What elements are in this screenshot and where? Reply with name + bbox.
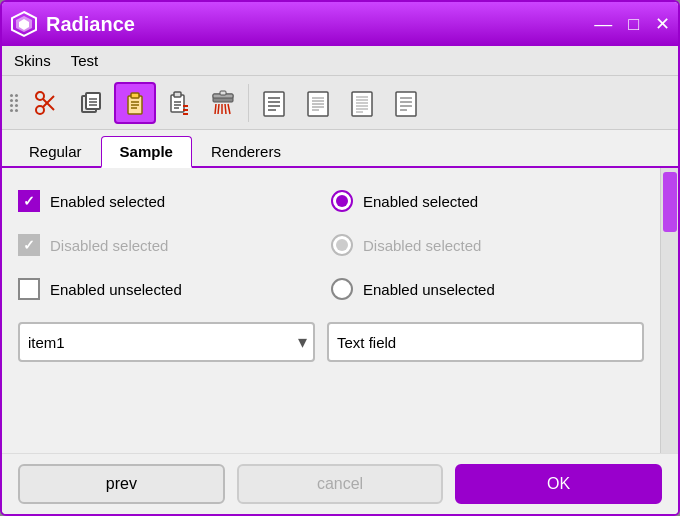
- radio-enabled-selected-col: Enabled selected: [331, 184, 644, 218]
- toolbar-scissors-button[interactable]: [26, 82, 68, 124]
- menu-bar: Skins Test: [2, 46, 678, 76]
- svg-rect-53: [400, 101, 412, 103]
- row-enabled-selected: Enabled selected Enabled selected: [18, 184, 644, 218]
- radio-disabled-selected-row: Disabled selected: [331, 228, 644, 262]
- scissors-icon: [32, 88, 62, 118]
- svg-rect-8: [86, 93, 100, 109]
- button-row: prev cancel OK: [2, 453, 678, 514]
- window-controls: — □ ✕: [594, 15, 670, 33]
- checkbox-enabled-selected-col: Enabled selected: [18, 184, 331, 218]
- tab-sample[interactable]: Sample: [101, 136, 192, 168]
- row-enabled-unselected: Enabled unselected Enabled unselected: [18, 272, 644, 306]
- radio-enabled-selected-label: Enabled selected: [363, 193, 478, 210]
- svg-rect-52: [400, 97, 412, 99]
- toolbar-copy-button[interactable]: [70, 82, 112, 124]
- minimize-button[interactable]: —: [594, 15, 612, 33]
- svg-rect-18: [174, 92, 181, 97]
- doc3-icon: [347, 88, 377, 118]
- svg-rect-33: [264, 92, 284, 116]
- svg-line-28: [215, 104, 216, 114]
- svg-point-4: [36, 92, 44, 100]
- title-bar: Radiance — □ ✕: [2, 2, 678, 46]
- radio-disabled-selected-label: Disabled selected: [363, 237, 481, 254]
- tab-renderers[interactable]: Renderers: [192, 136, 300, 166]
- svg-rect-54: [400, 105, 412, 107]
- checkbox-enabled-selected[interactable]: [18, 190, 40, 212]
- copy-icon: [76, 88, 106, 118]
- input-row: item1 item2 item3 ▾: [18, 322, 644, 362]
- svg-point-3: [36, 106, 44, 114]
- text-field-input[interactable]: [327, 322, 644, 362]
- content-area: Enabled selected Enabled selected Disabl…: [2, 168, 678, 453]
- svg-rect-13: [131, 93, 139, 98]
- checkbox-enabled-selected-row: Enabled selected: [18, 184, 331, 218]
- radio-enabled-unselected[interactable]: [331, 278, 353, 300]
- app-logo: [10, 10, 38, 38]
- svg-line-31: [225, 104, 226, 114]
- toolbar-paste-special-button[interactable]: [158, 82, 200, 124]
- tab-regular[interactable]: Regular: [10, 136, 101, 166]
- svg-rect-27: [220, 91, 226, 95]
- tab-bar: Regular Sample Renderers: [2, 130, 678, 168]
- row-disabled-selected: Disabled selected Disabled selected: [18, 228, 644, 262]
- checkbox-enabled-selected-label: Enabled selected: [50, 193, 165, 210]
- checkbox-disabled-selected: [18, 234, 40, 256]
- app-title: Radiance: [46, 13, 594, 36]
- checkbox-disabled-selected-col: Disabled selected: [18, 228, 331, 262]
- radio-disabled-selected-col: Disabled selected: [331, 228, 644, 262]
- item-dropdown[interactable]: item1 item2 item3: [18, 322, 315, 362]
- doc2-icon: [303, 88, 333, 118]
- shredder-icon: [208, 88, 238, 118]
- svg-rect-55: [400, 109, 407, 111]
- toolbar: [2, 76, 678, 130]
- paste-special-icon: [164, 88, 194, 118]
- scrollbar-thumb[interactable]: [663, 172, 677, 232]
- radio-enabled-selected-row: Enabled selected: [331, 184, 644, 218]
- toolbar-clipboard-button[interactable]: [114, 82, 156, 124]
- main-window: Radiance — □ ✕ Skins Test: [0, 0, 680, 516]
- close-button[interactable]: ✕: [655, 15, 670, 33]
- checkbox-enabled-unselected-col: Enabled unselected: [18, 272, 331, 306]
- scrollbar[interactable]: [660, 168, 678, 453]
- toolbar-shredder-button[interactable]: [202, 82, 244, 124]
- clipboard-icon: [120, 88, 150, 118]
- checkbox-disabled-selected-row: Disabled selected: [18, 228, 331, 262]
- maximize-button[interactable]: □: [628, 15, 639, 33]
- doc4-icon: [391, 88, 421, 118]
- toolbar-divider-1: [248, 84, 249, 122]
- checkbox-enabled-unselected-row: Enabled unselected: [18, 272, 331, 306]
- toolbar-doc4-button[interactable]: [385, 82, 427, 124]
- menu-skins[interactable]: Skins: [10, 50, 55, 71]
- svg-rect-51: [396, 92, 416, 116]
- radio-enabled-unselected-col: Enabled unselected: [331, 272, 644, 306]
- svg-line-32: [228, 104, 230, 114]
- dropdown-wrapper: item1 item2 item3 ▾: [18, 322, 315, 362]
- toolbar-doc3-button[interactable]: [341, 82, 383, 124]
- main-panel: Enabled selected Enabled selected Disabl…: [2, 168, 660, 453]
- toolbar-doc2-button[interactable]: [297, 82, 339, 124]
- ok-button[interactable]: OK: [455, 464, 662, 504]
- cancel-button[interactable]: cancel: [237, 464, 444, 504]
- checkbox-enabled-unselected[interactable]: [18, 278, 40, 300]
- radio-enabled-unselected-label: Enabled unselected: [363, 281, 495, 298]
- doc1-icon: [259, 88, 289, 118]
- prev-button[interactable]: prev: [18, 464, 225, 504]
- checkbox-disabled-selected-label: Disabled selected: [50, 237, 168, 254]
- menu-test[interactable]: Test: [67, 50, 103, 71]
- radio-enabled-unselected-row: Enabled unselected: [331, 272, 644, 306]
- toolbar-drag-handle: [8, 90, 20, 116]
- svg-line-29: [218, 104, 219, 114]
- radio-disabled-selected: [331, 234, 353, 256]
- radio-enabled-selected[interactable]: [331, 190, 353, 212]
- toolbar-doc1-button[interactable]: [253, 82, 295, 124]
- checkbox-enabled-unselected-label: Enabled unselected: [50, 281, 182, 298]
